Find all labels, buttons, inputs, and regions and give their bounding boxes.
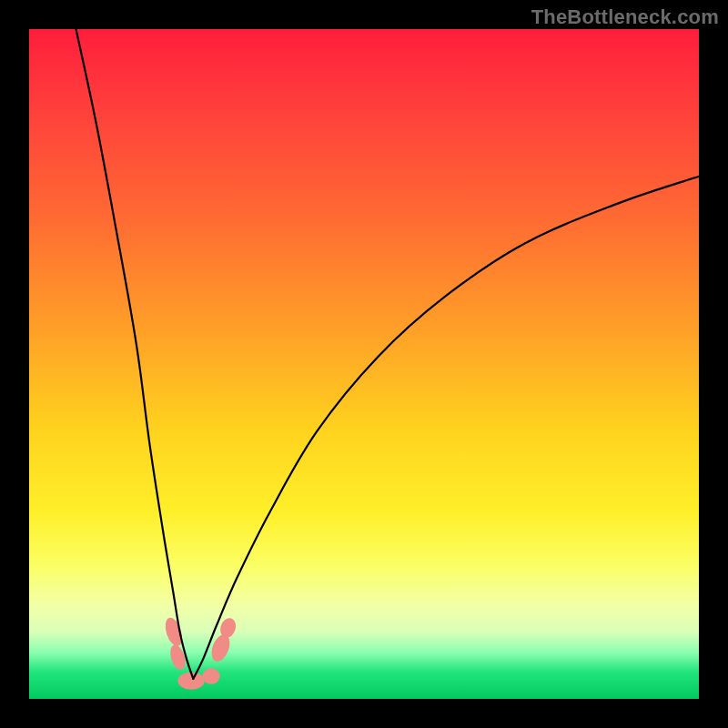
trough-blob — [203, 668, 220, 684]
right-curve — [193, 177, 699, 679]
left-curve — [76, 29, 194, 679]
trough-blobs — [162, 615, 238, 689]
chart-svg — [29, 29, 699, 699]
watermark-text: TheBottleneck.com — [531, 5, 719, 29]
trough-blob — [167, 643, 188, 672]
